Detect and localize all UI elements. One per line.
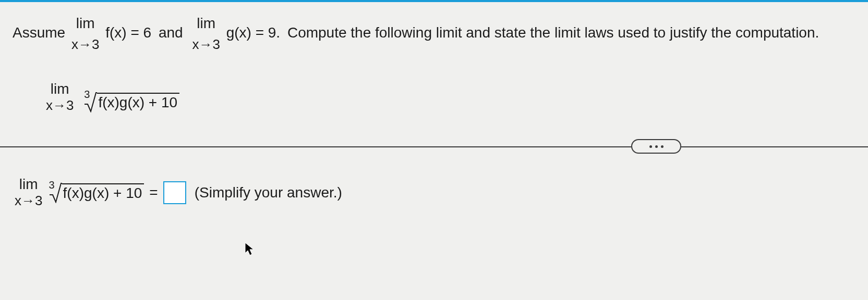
lim-approach: x→3: [46, 97, 74, 114]
answer-row: lim x→3 3 f(x)g(x) + 10 = (Simplify your…: [13, 176, 855, 209]
limit-2: lim x→3: [192, 12, 220, 55]
limit-1: lim x→3: [71, 12, 99, 55]
dot-icon: [661, 145, 664, 148]
limit-2-expr: g(x) = 9.: [226, 24, 280, 41]
question-text: Assume lim x→3 f(x) = 6 and lim x→3 g(x)…: [13, 12, 855, 55]
dot-icon: [649, 145, 652, 148]
answer-hint: (Simplify your answer.): [195, 184, 342, 201]
lim-symbol: lim: [15, 176, 42, 193]
lim-approach: x→3: [71, 34, 99, 55]
equals-sign: =: [149, 184, 158, 201]
lim-approach: x→3: [192, 34, 220, 55]
divider-line: [0, 146, 631, 147]
lim-symbol: lim: [71, 12, 99, 34]
cube-root: 3 f(x)g(x) + 10: [80, 92, 179, 113]
limit-block: lim x→3: [46, 81, 74, 114]
lim-symbol: lim: [46, 81, 74, 97]
root-index: 3: [84, 89, 90, 101]
section-divider: [0, 139, 868, 154]
text-and: and: [159, 24, 183, 41]
divider-line: [681, 146, 868, 147]
cursor-icon: [244, 242, 256, 257]
dot-icon: [655, 145, 658, 148]
lim-symbol: lim: [192, 12, 220, 34]
text-suffix: Compute the following limit and state th…: [287, 24, 819, 41]
limit-1-expr: f(x) = 6: [105, 24, 151, 41]
radicand: f(x)g(x) + 10: [62, 183, 144, 202]
limit-block: lim x→3: [15, 176, 42, 209]
answer-input[interactable]: [163, 181, 186, 204]
radicand: f(x)g(x) + 10: [97, 93, 179, 111]
cube-root: 3 f(x)g(x) + 10: [44, 182, 144, 203]
lim-approach: x→3: [15, 193, 42, 209]
text-assume: Assume: [13, 24, 65, 41]
target-expression: lim x→3 3 f(x)g(x) + 10: [44, 81, 855, 114]
root-index: 3: [49, 179, 54, 191]
more-options-button[interactable]: [631, 139, 681, 154]
